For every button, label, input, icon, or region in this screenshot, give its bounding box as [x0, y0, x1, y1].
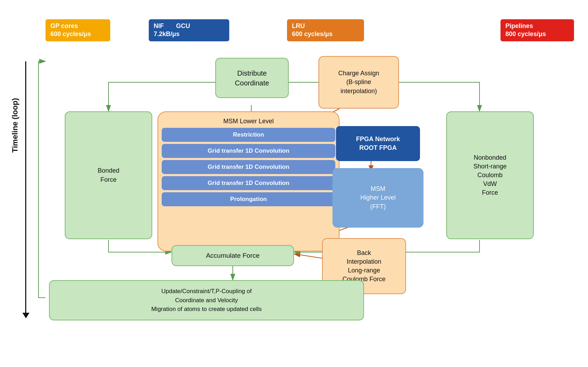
legend-pipelines-cycles: 800 cycles/μs	[505, 30, 546, 37]
grid1d-2-box: Grid transfer 1D Convolution	[162, 160, 335, 174]
legend-nif-cycles: 7.2kB/μs	[154, 30, 180, 37]
nonbonded-force-box: NonbondedShort-rangeCoulombVdWForce	[446, 111, 534, 239]
bottom-box: Update/Constraint/T,P-Coupling ofCoordin…	[49, 280, 364, 320]
legend-pipelines-box: Pipelines 800 cycles/μs	[500, 19, 574, 41]
diagram-container: GP cores 600 cycles/μs NIF GCU 7.2kB/μs …	[0, 0, 588, 367]
legend-lru-text: LRU	[292, 22, 305, 29]
restriction-box: Restriction	[162, 128, 335, 142]
bonded-force-text: BondedForce	[98, 166, 119, 184]
msm-lower-container: MSM Lower Level Restriction Grid transfe…	[158, 111, 340, 251]
bottom-box-text: Update/Constraint/T,P-Coupling ofCoordin…	[151, 287, 262, 314]
grid1d-3-box: Grid transfer 1D Convolution	[162, 176, 335, 190]
accumulate-force-text: Accumulate Force	[206, 251, 259, 261]
legend-gp-cycles: 600 cycles/μs	[50, 30, 91, 37]
msm-higher-box: MSMHigher Level(FFT)	[332, 168, 424, 228]
grid1d-1-box: Grid transfer 1D Convolution	[162, 144, 335, 158]
distribute-coordinate-box: DistributeCoordinate	[215, 58, 289, 98]
charge-assign-text: Charge Assign(B-splineinterpolation)	[338, 69, 379, 96]
back-interpolation-text: BackInterpolationLong-rangeCoulomb Force	[342, 249, 385, 284]
timeline-arrow	[25, 61, 26, 313]
legend-nif-box: NIF GCU 7.2kB/μs	[149, 19, 229, 41]
timeline-label: Timeline (loop)	[10, 98, 20, 153]
prolongation-box: Prolongation	[162, 192, 335, 206]
fpga-network-text: FPGA NetworkROOT FPGA	[356, 135, 400, 152]
legend-nif-text: NIF GCU	[154, 22, 190, 29]
distribute-coordinate-text: DistributeCoordinate	[235, 68, 269, 88]
legend-lru-cycles: 600 cycles/μs	[292, 30, 332, 37]
accumulate-force-box: Accumulate Force	[172, 245, 294, 266]
charge-assign-box: Charge Assign(B-splineinterpolation)	[318, 56, 399, 109]
fpga-network-box: FPGA NetworkROOT FPGA	[336, 126, 420, 161]
bonded-force-box: BondedForce	[65, 111, 152, 239]
msm-higher-text: MSMHigher Level(FFT)	[360, 185, 396, 211]
legend-gp-text: GP cores	[50, 22, 78, 29]
msm-lower-label: MSM Lower Level	[162, 116, 335, 126]
legend-pipelines-text: Pipelines	[505, 22, 533, 29]
legend-lru-box: LRU 600 cycles/μs	[287, 19, 364, 41]
nonbonded-force-text: NonbondedShort-rangeCoulombVdWForce	[473, 153, 506, 198]
legend-gp-box: GP cores 600 cycles/μs	[46, 19, 110, 41]
